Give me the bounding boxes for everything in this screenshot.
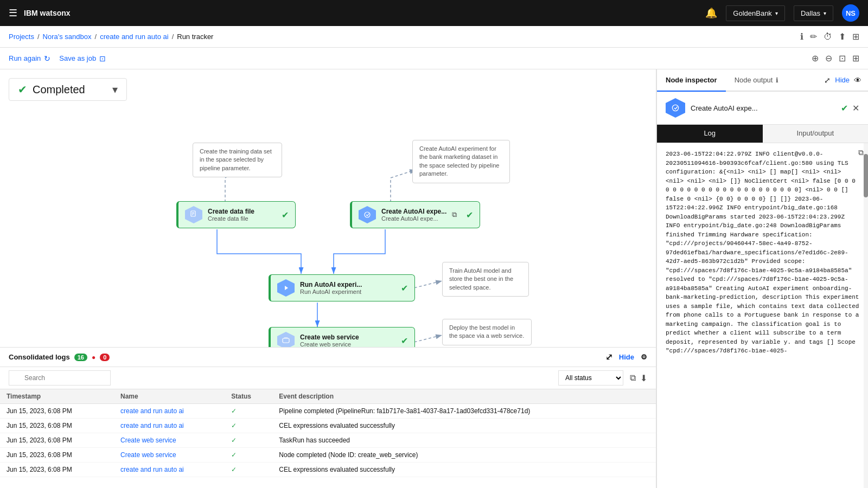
logs-green-badge: 16 bbox=[74, 354, 87, 361]
node-create-autoai-subtitle: Create AutoAI expe... bbox=[381, 215, 446, 222]
status-filter-select[interactable]: All status Completed Failed Running bbox=[558, 370, 623, 386]
region-selector[interactable]: Dallas ▾ bbox=[794, 5, 833, 21]
cell-description: CEL expressions evaluated successfully bbox=[272, 419, 656, 433]
zoom-in-icon[interactable]: ⊕ bbox=[812, 53, 819, 63]
run-again-button[interactable]: Run again ↻ bbox=[9, 54, 50, 63]
col-timestamp: Timestamp bbox=[0, 389, 114, 404]
tab-node-output[interactable]: Node output ℹ bbox=[726, 69, 788, 92]
svg-rect-11 bbox=[283, 338, 289, 343]
breadcrumb-current: Run tracker bbox=[177, 33, 213, 41]
left-panel: ✔ Completed ▾ Create the training data s… bbox=[0, 69, 656, 488]
cell-name[interactable]: create and run auto ai bbox=[114, 463, 225, 477]
node-run-autoai-icon bbox=[277, 279, 295, 297]
logs-red-badge: 0 bbox=[100, 354, 110, 361]
top-navigation: ☰ IBM watsonx 🔔 GoldenBank ▾ Dallas ▾ NS bbox=[0, 0, 868, 26]
cell-status: ✓ bbox=[225, 419, 272, 433]
download-logs-icon[interactable]: ⬇ bbox=[640, 373, 647, 383]
copy-logs-icon[interactable]: ⧉ bbox=[630, 373, 636, 383]
node-create-autoai-copy-icon[interactable]: ⧉ bbox=[452, 210, 457, 219]
status-check-icon: ✔ bbox=[18, 83, 27, 96]
pipeline-arrows bbox=[0, 69, 656, 347]
settings-logs-icon[interactable]: ⚙ bbox=[641, 353, 647, 361]
tab-log[interactable]: Log bbox=[657, 125, 763, 143]
logs-red-icon: ● bbox=[92, 354, 95, 361]
account-name: GoldenBank bbox=[733, 9, 772, 17]
col-description: Event description bbox=[272, 389, 656, 404]
node-create-data-file[interactable]: Create data file Create data file ✔ bbox=[176, 201, 296, 228]
breadcrumb-autoai[interactable]: create and run auto ai bbox=[100, 33, 168, 41]
table-row: Jun 15, 2023, 6:08 PM create and run aut… bbox=[0, 463, 656, 477]
node-create-data-file-title: Create data file bbox=[208, 208, 254, 215]
node-run-autoai-check-icon: ✔ bbox=[401, 283, 408, 293]
tab-input-output[interactable]: Input/output bbox=[763, 125, 869, 143]
cell-status: ✓ bbox=[225, 433, 272, 448]
save-as-job-label: Save as job bbox=[59, 54, 96, 62]
status-badge[interactable]: ✔ Completed ▾ bbox=[9, 78, 127, 101]
hide-logs-label[interactable]: Hide bbox=[619, 353, 634, 361]
cell-description: TaskRun has succeeded bbox=[272, 433, 656, 448]
node-run-autoai[interactable]: Run AutoAI experi... Run AutoAI experime… bbox=[269, 274, 415, 301]
toolbar: Run again ↻ Save as job ⊡ ⊕ ⊖ ⊡ ⊞ bbox=[0, 48, 868, 69]
node-create-web-service-title: Create web service bbox=[300, 333, 359, 341]
bell-icon[interactable]: 🔔 bbox=[705, 7, 717, 19]
breadcrumb-projects[interactable]: Projects bbox=[9, 33, 34, 41]
svg-point-12 bbox=[672, 105, 678, 111]
save-as-job-button[interactable]: Save as job ⊡ bbox=[59, 54, 106, 63]
log-tabs: Log Input/output bbox=[657, 125, 868, 143]
app-title: IBM watsonx bbox=[24, 9, 71, 17]
svg-point-9 bbox=[365, 212, 370, 217]
cell-name[interactable]: create and run auto ai bbox=[114, 419, 225, 433]
inspector-node-header: Create AutoAI expe... ✔ ✕ bbox=[657, 92, 868, 125]
search-wrap: 🔍 bbox=[9, 370, 552, 386]
col-name: Name bbox=[114, 389, 225, 404]
grid-icon[interactable]: ⊞ bbox=[852, 31, 859, 42]
cell-name[interactable]: Create web service bbox=[114, 433, 225, 448]
fit-icon[interactable]: ⊡ bbox=[839, 53, 846, 63]
expand-icon[interactable]: ⊞ bbox=[852, 53, 859, 63]
tab-node-inspector[interactable]: Node inspector bbox=[657, 69, 726, 92]
table-row: Jun 15, 2023, 6:08 PM Create web service… bbox=[0, 433, 656, 448]
cell-status: ✓ bbox=[225, 463, 272, 477]
history-icon[interactable]: ⏱ bbox=[824, 32, 832, 42]
zoom-out-icon[interactable]: ⊖ bbox=[825, 53, 832, 63]
edit-icon[interactable]: ✏ bbox=[810, 31, 817, 42]
node-create-autoai[interactable]: Create AutoAI expe... Create AutoAI expe… bbox=[350, 201, 480, 228]
inspector-check-icon: ✔ bbox=[841, 103, 848, 113]
cell-timestamp: Jun 15, 2023, 6:08 PM bbox=[0, 463, 114, 477]
cell-status: ✓ bbox=[225, 448, 272, 463]
share-icon[interactable]: ⬆ bbox=[839, 31, 846, 42]
region-name: Dallas bbox=[801, 9, 820, 17]
cell-timestamp: Jun 15, 2023, 6:08 PM bbox=[0, 419, 114, 433]
inspector-node-name: Create AutoAI expe... bbox=[691, 104, 835, 112]
scrollbar-thumb[interactable] bbox=[864, 154, 868, 197]
expand-inspector-icon[interactable]: ⤢ bbox=[824, 76, 831, 85]
pipeline-canvas: ✔ Completed ▾ Create the training data s… bbox=[0, 69, 656, 347]
tooltip-create-autoai: Create AutoAI experiment for the bank ma… bbox=[412, 140, 510, 183]
cell-status: ✓ bbox=[225, 404, 272, 419]
node-create-web-service-subtitle: Create web service bbox=[300, 341, 359, 347]
avatar[interactable]: NS bbox=[842, 4, 859, 22]
cell-timestamp: Jun 15, 2023, 6:08 PM bbox=[0, 404, 114, 419]
node-run-autoai-subtitle: Run AutoAI experiment bbox=[300, 288, 362, 295]
node-create-data-file-check-icon: ✔ bbox=[282, 210, 289, 220]
info-icon[interactable]: ℹ bbox=[800, 31, 803, 42]
eye-inspector-icon[interactable]: 👁 bbox=[854, 76, 861, 85]
node-create-autoai-icon bbox=[359, 206, 376, 223]
node-output-info-icon: ℹ bbox=[776, 76, 778, 84]
main-content: ✔ Completed ▾ Create the training data s… bbox=[0, 69, 868, 488]
cell-name[interactable]: create and run auto ai bbox=[114, 404, 225, 419]
logs-search-input[interactable] bbox=[9, 370, 111, 386]
status-text: Completed bbox=[33, 84, 85, 96]
svg-marker-10 bbox=[285, 286, 288, 290]
copy-log-icon[interactable]: ⧉ bbox=[858, 147, 864, 159]
refresh-icon: ↻ bbox=[44, 54, 50, 63]
cell-name[interactable]: Create web service bbox=[114, 448, 225, 463]
account-selector[interactable]: GoldenBank ▾ bbox=[726, 5, 785, 21]
hide-inspector-label[interactable]: Hide bbox=[835, 76, 850, 84]
breadcrumb-sandbox[interactable]: Nora's sandbox bbox=[43, 33, 92, 41]
hamburger-icon[interactable]: ☰ bbox=[9, 7, 17, 19]
logs-toolbar: 🔍 All status Completed Failed Running ⧉ … bbox=[0, 367, 656, 389]
inspector-close-icon[interactable]: ✕ bbox=[852, 103, 859, 113]
expand-logs-icon[interactable]: ⤢ bbox=[605, 352, 612, 362]
node-create-web-service[interactable]: Create web service Create web service ✔ bbox=[269, 327, 415, 347]
